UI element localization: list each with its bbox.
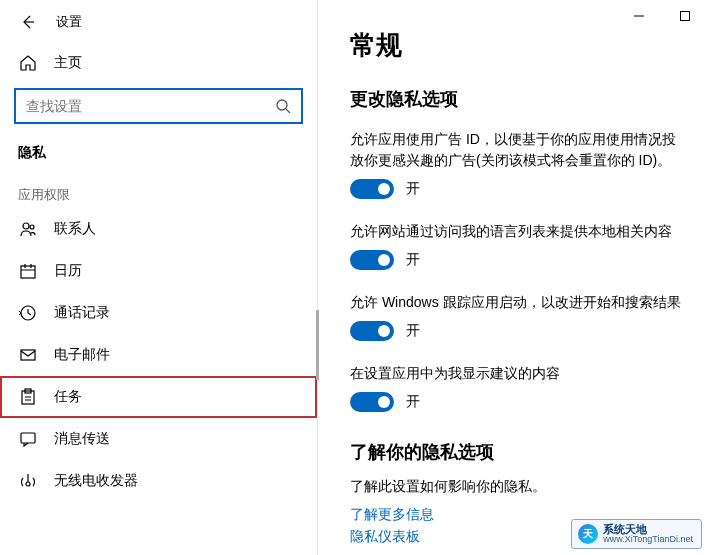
- maximize-button[interactable]: [662, 0, 708, 32]
- sidebar-item-label: 任务: [54, 388, 82, 406]
- search-container: [0, 82, 317, 134]
- toggle-ad-id[interactable]: [350, 179, 394, 199]
- toggle-row: 开: [350, 321, 684, 341]
- sidebar-item-label: 消息传送: [54, 430, 110, 448]
- titlebar: 设置: [0, 0, 317, 44]
- sidebar-item-label: 无线电收发器: [54, 472, 138, 490]
- sidebar-item-callhistory[interactable]: 通话记录: [0, 292, 317, 334]
- arrow-left-icon: [20, 14, 36, 30]
- sidebar-item-messaging[interactable]: 消息传送: [0, 418, 317, 460]
- sidebar-category-title: 隐私: [0, 134, 317, 168]
- watermark-url: www.XiTongTianDi.net: [603, 535, 693, 545]
- svg-rect-10: [681, 12, 690, 21]
- sidebar-item-radios[interactable]: 无线电收发器: [0, 460, 317, 502]
- svg-point-0: [277, 100, 287, 110]
- svg-point-9: [26, 482, 30, 486]
- svg-point-1: [23, 223, 29, 229]
- window-controls: [616, 0, 708, 32]
- setting-description: 允许 Windows 跟踪应用启动，以改进开始和搜索结果: [350, 292, 684, 313]
- back-button[interactable]: [16, 10, 40, 34]
- svg-rect-5: [21, 350, 35, 360]
- watermark-icon: 天: [578, 524, 598, 544]
- learn-text: 了解此设置如何影响你的隐私。: [350, 478, 684, 496]
- sidebar-home[interactable]: 主页: [0, 44, 317, 82]
- sidebar-item-label: 通话记录: [54, 304, 110, 322]
- main-content: 常规 更改隐私选项 允许应用使用广告 ID，以便基于你的应用使用情况投放你更感兴…: [318, 0, 708, 555]
- sidebar: 设置 主页 隐私 应用权限 联系人 日历 通话记录: [0, 0, 318, 555]
- setting-app-launch-tracking: 允许 Windows 跟踪应用启动，以改进开始和搜索结果 开: [350, 292, 684, 341]
- search-input[interactable]: [16, 98, 265, 114]
- setting-description: 允许网站通过访问我的语言列表来提供本地相关内容: [350, 221, 684, 242]
- radio-icon: [18, 472, 38, 490]
- watermark-text: 系统天地 www.XiTongTianDi.net: [603, 523, 693, 545]
- svg-point-2: [30, 225, 34, 229]
- toggle-state-label: 开: [406, 180, 420, 198]
- watermark: 天 系统天地 www.XiTongTianDi.net: [571, 519, 702, 549]
- sidebar-item-label: 联系人: [54, 220, 96, 238]
- toggle-suggested-content[interactable]: [350, 392, 394, 412]
- setting-description: 在设置应用中为我显示建议的内容: [350, 363, 684, 384]
- toggle-state-label: 开: [406, 393, 420, 411]
- calendar-icon: [18, 262, 38, 280]
- search-box[interactable]: [14, 88, 303, 124]
- sidebar-item-calendar[interactable]: 日历: [0, 250, 317, 292]
- sidebar-item-email[interactable]: 电子邮件: [0, 334, 317, 376]
- minimize-button[interactable]: [616, 0, 662, 32]
- svg-rect-3: [21, 266, 35, 278]
- messaging-icon: [18, 430, 38, 448]
- sidebar-subsection-title: 应用权限: [0, 168, 317, 208]
- learn-heading: 了解你的隐私选项: [350, 440, 684, 464]
- toggle-state-label: 开: [406, 251, 420, 269]
- contacts-icon: [18, 220, 38, 238]
- sidebar-item-label: 日历: [54, 262, 82, 280]
- toggle-app-launch[interactable]: [350, 321, 394, 341]
- minimize-icon: [633, 10, 645, 22]
- toggle-row: 开: [350, 392, 684, 412]
- page-heading: 常规: [350, 28, 684, 63]
- history-icon: [18, 304, 38, 322]
- setting-description: 允许应用使用广告 ID，以便基于你的应用使用情况投放你更感兴趣的广告(关闭该模式…: [350, 129, 684, 171]
- sidebar-item-contacts[interactable]: 联系人: [0, 208, 317, 250]
- maximize-icon: [679, 10, 691, 22]
- svg-rect-8: [21, 433, 35, 443]
- email-icon: [18, 346, 38, 364]
- setting-ad-id: 允许应用使用广告 ID，以便基于你的应用使用情况投放你更感兴趣的广告(关闭该模式…: [350, 129, 684, 199]
- sidebar-home-label: 主页: [54, 54, 82, 72]
- sidebar-item-tasks[interactable]: 任务: [0, 376, 317, 418]
- toggle-row: 开: [350, 250, 684, 270]
- setting-language-list: 允许网站通过访问我的语言列表来提供本地相关内容 开: [350, 221, 684, 270]
- window-title: 设置: [56, 13, 82, 31]
- toggle-language-list[interactable]: [350, 250, 394, 270]
- toggle-row: 开: [350, 179, 684, 199]
- sidebar-item-label: 电子邮件: [54, 346, 110, 364]
- home-icon: [18, 54, 38, 72]
- setting-suggested-content: 在设置应用中为我显示建议的内容 开: [350, 363, 684, 412]
- section-heading: 更改隐私选项: [350, 87, 684, 111]
- tasks-icon: [18, 388, 38, 406]
- search-icon[interactable]: [265, 98, 301, 114]
- toggle-state-label: 开: [406, 322, 420, 340]
